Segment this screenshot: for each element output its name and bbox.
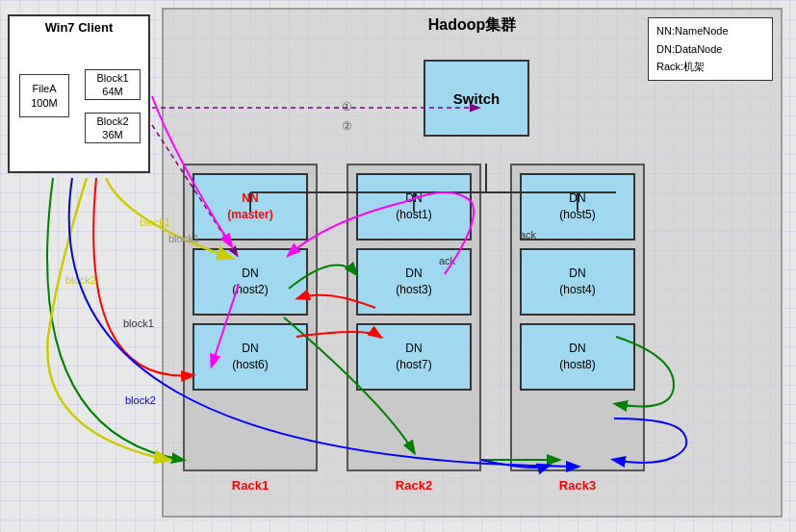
- dn-host7-line2: (host7): [396, 357, 431, 373]
- yellow-block2: [47, 178, 168, 460]
- block1-line2: 64M: [102, 85, 122, 98]
- filea-line2: 100M: [31, 96, 58, 110]
- dn-host3-line1: DN: [405, 266, 422, 282]
- dn-host6-line1: DN: [242, 341, 258, 357]
- dn-host7-box: DN (host7): [356, 323, 472, 391]
- legend-box: NN:NameNode DN:DataNode Rack:机架: [648, 17, 773, 81]
- dn-host6-box: DN (host6): [193, 323, 308, 391]
- block2-box: Block2 36M: [85, 113, 141, 143]
- dn-host5-line2: (host5): [559, 207, 595, 223]
- rack2-inner: DN (host1) DN (host3) DN (host7): [347, 164, 481, 471]
- dn-host1-line2: (host1): [396, 207, 431, 223]
- dn-host8-line1: DN: [569, 341, 585, 357]
- legend-line1: NN:NameNode: [656, 22, 764, 40]
- block2-label-blue: block2: [125, 394, 156, 406]
- block2-label-left: block2: [65, 274, 96, 286]
- dn-host2-line1: DN: [242, 266, 258, 282]
- dn-host7-line1: DN: [405, 341, 422, 357]
- hadoop-cluster: Hadoop集群 NN:NameNode DN:DataNode Rack:机架…: [162, 8, 783, 518]
- dn-host4-box: DN (host4): [520, 248, 635, 316]
- filea-line1: FileA: [32, 82, 56, 95]
- dn-host3-line2: (host3): [396, 282, 431, 298]
- legend-line2: DN:DataNode: [656, 40, 764, 59]
- rack1-wrapper: NN (master) DN (host2) DN (host6) Rack1: [183, 164, 318, 496]
- rack1-inner: NN (master) DN (host2) DN (host6): [183, 164, 318, 471]
- block2-line2: 36M: [102, 128, 122, 141]
- dn-host1-box: DN (host1): [356, 173, 472, 241]
- dn-host4-line2: (host4): [559, 282, 595, 298]
- dn-host5-line1: DN: [569, 190, 585, 207]
- nn-master-label: (master): [227, 207, 272, 223]
- block1-label-right: block1: [123, 317, 154, 329]
- rack3-wrapper: DN (host5) DN (host4) DN (host8) Rack3: [510, 164, 645, 496]
- win7-client-title: Win7 Client: [10, 16, 148, 40]
- dn-host5-box: DN (host5): [520, 173, 635, 241]
- dn-host4-line1: DN: [569, 266, 585, 282]
- rack3-label: Rack3: [510, 478, 645, 493]
- dn-host6-line2: (host6): [232, 357, 268, 373]
- block2-line1: Block2: [96, 114, 128, 128]
- nn-master-box: NN (master): [193, 173, 308, 241]
- canvas: Win7 Client FileA 100M Block1 64M Block2…: [0, 0, 796, 532]
- switch-label: Switch: [453, 90, 500, 107]
- rack2-label: Rack2: [347, 478, 481, 493]
- block1-line1: Block1: [96, 71, 128, 85]
- dn-host2-line2: (host2): [232, 282, 268, 298]
- nn-label: NN: [242, 190, 258, 207]
- dn-host1-line1: DN: [405, 190, 422, 207]
- rack3-inner: DN (host5) DN (host4) DN (host8): [510, 164, 645, 471]
- win7-client-box: Win7 Client FileA 100M Block1 64M Block2…: [8, 14, 150, 173]
- dn-host2-box: DN (host2): [193, 248, 308, 316]
- legend-line3: Rack:机架: [656, 58, 764, 76]
- block1-box: Block1 64M: [85, 69, 141, 100]
- switch-box: Switch: [424, 60, 529, 137]
- rack2-wrapper: DN (host1) DN (host3) DN (host7) Rack2: [347, 164, 481, 496]
- filea-box: FileA 100M: [19, 74, 69, 117]
- dn-host8-box: DN (host8): [520, 323, 635, 391]
- dn-host8-line2: (host8): [559, 357, 595, 373]
- dn-host3-box: DN (host3): [356, 248, 472, 316]
- rack1-label: Rack1: [183, 478, 318, 493]
